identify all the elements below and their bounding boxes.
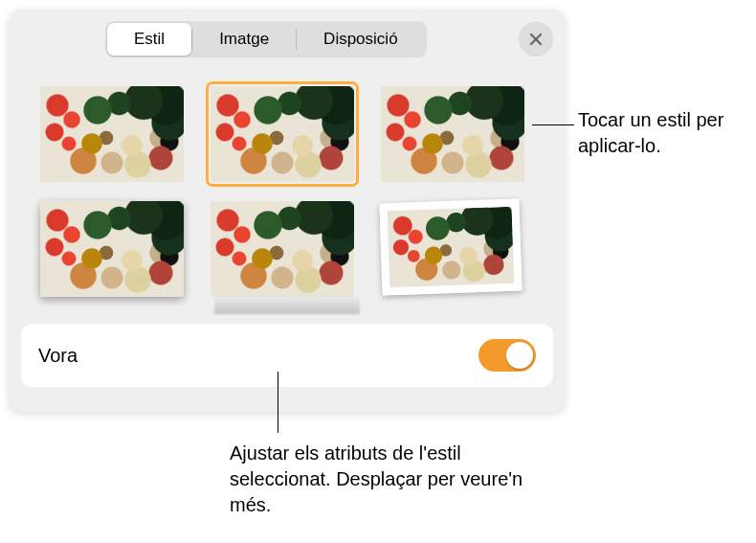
toggle-knob xyxy=(506,342,533,369)
border-label: Vora xyxy=(38,345,78,367)
style-option-2[interactable] xyxy=(211,86,364,182)
style-thumbnail xyxy=(381,86,524,182)
tab-layout[interactable]: Disposició xyxy=(297,23,424,56)
border-row: Vora xyxy=(21,324,553,387)
style-option-4[interactable] xyxy=(40,201,193,297)
close-button[interactable] xyxy=(519,22,553,57)
panel-header: Estil Imatge Disposició xyxy=(10,10,565,65)
style-thumbnail xyxy=(40,201,184,297)
border-toggle[interactable] xyxy=(478,339,536,372)
style-option-3[interactable] xyxy=(381,86,534,182)
close-icon xyxy=(528,32,544,47)
style-thumbnail xyxy=(211,201,354,297)
style-thumbnail xyxy=(379,198,522,295)
style-option-5[interactable] xyxy=(211,201,364,297)
callout-leader-line xyxy=(532,124,574,125)
tab-style[interactable]: Estil xyxy=(107,23,191,56)
tab-segmented-control: Estil Imatge Disposició xyxy=(105,21,427,57)
styles-grid xyxy=(10,65,565,314)
style-option-6[interactable] xyxy=(381,201,534,297)
format-panel: Estil Imatge Disposició xyxy=(10,10,565,412)
callout-leader-line xyxy=(278,372,278,433)
style-option-1[interactable] xyxy=(40,86,193,182)
callout-adjust-attributes: Ajustar els atributs de l'estil seleccio… xyxy=(230,441,555,518)
tab-image[interactable]: Imatge xyxy=(192,23,296,56)
style-thumbnail xyxy=(40,86,184,182)
style-thumbnail xyxy=(211,86,354,182)
callout-apply-style: Tocar un estil per aplicar-lo. xyxy=(578,107,741,159)
